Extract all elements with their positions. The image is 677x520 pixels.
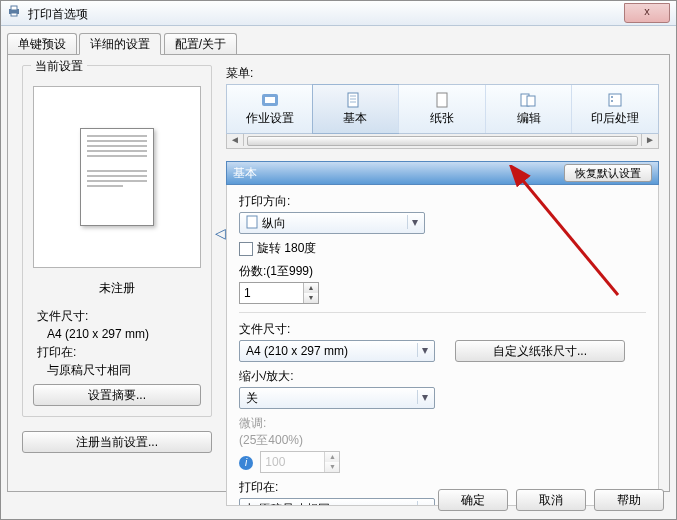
svg-point-13 [611,96,613,98]
cancel-button[interactable]: 取消 [516,489,586,511]
chevron-down-icon: ▾ [417,343,432,357]
svg-rect-4 [265,97,275,103]
orientation-select[interactable]: 纵向 ▾ [239,212,425,234]
titlebar: 打印首选项 x [1,1,676,26]
toolbar-paper[interactable]: 纸张 [398,85,485,133]
scale-label: 缩小/放大: [239,368,646,385]
chevron-down-icon: ▾ [417,390,432,404]
fine-adjust-spinner: 100 ▲▼ [260,451,340,473]
print-on-label: 打印在: [37,343,197,361]
right-pane: 菜单: 作业设置 基本 纸张 编辑 [226,65,659,485]
orientation-label: 打印方向: [239,193,646,210]
tab-one-key-preset[interactable]: 单键预设 [7,33,77,54]
spin-up-icon: ▲ [325,452,339,462]
left-pane: 当前设置 未注册 文件尺寸: A4 (210 x 297 mm) 打印在: 与原… [22,65,212,485]
page-preview-box [33,86,201,268]
paper-icon [432,92,452,108]
menus-label: 菜单: [226,65,659,82]
scroll-right-icon[interactable]: ► [641,134,658,146]
toolbar-basic[interactable]: 基本 [312,84,400,134]
left-info: 文件尺寸: A4 (210 x 297 mm) 打印在: 与原稿尺寸相同 [37,307,197,379]
settings-summary-button[interactable]: 设置摘要... [33,384,201,406]
section-title: 基本 [233,165,257,182]
info-icon[interactable]: i [239,456,253,470]
job-settings-icon [260,92,280,108]
spin-down-icon: ▼ [325,462,339,472]
unregistered-label: 未注册 [33,280,201,297]
fine-adjust-label: 微调: (25至400%) [239,415,646,449]
svg-rect-2 [11,13,17,16]
toolbar-finishing[interactable]: 印后处理 [571,85,658,133]
svg-rect-5 [348,93,358,107]
register-current-settings-button[interactable]: 注册当前设置... [22,431,212,453]
svg-rect-12 [609,94,621,106]
toolbar-job-settings[interactable]: 作业设置 [227,85,313,133]
collapse-handle-icon[interactable]: ◁ [215,225,226,241]
basic-section-header: 基本 恢复默认设置 [226,161,659,185]
basic-form: 打印方向: 纵向 ▾ 旋转 180度 份数:(1至999) 1 ▲▼ [226,185,659,506]
svg-rect-11 [527,96,535,106]
ok-button[interactable]: 确定 [438,489,508,511]
scroll-thumb[interactable] [247,136,638,146]
copies-label: 份数:(1至999) [239,263,646,280]
menu-toolbar: 作业设置 基本 纸张 编辑 印后处理 [226,84,659,134]
dialog-buttons: 确定 取消 帮助 [438,489,664,511]
close-button[interactable]: x [624,3,670,23]
spin-up-icon[interactable]: ▲ [304,283,318,293]
print-on-select[interactable]: 与原稿尺寸相同 ▾ [239,498,435,506]
chevron-down-icon: ▾ [407,215,422,229]
tab-detailed-settings[interactable]: 详细的设置 [79,33,161,55]
doc-size-label: 文件尺寸: [239,321,646,338]
svg-rect-15 [247,216,257,228]
svg-rect-1 [11,6,17,10]
print-preferences-window: 打印首选项 x 单键预设 详细的设置 配置/关于 当前设置 未注册 文件尺寸: [0,0,677,520]
current-settings-fieldset: 当前设置 未注册 文件尺寸: A4 (210 x 297 mm) 打印在: 与原… [22,65,212,417]
tab-strip: 单键预设 详细的设置 配置/关于 [7,32,676,54]
toolbar-edit[interactable]: 编辑 [485,85,572,133]
orientation-icon [246,215,258,232]
printer-icon [7,2,21,26]
doc-size-select[interactable]: A4 (210 x 297 mm) ▾ [239,340,435,362]
toolbar-scrollbar[interactable]: ◄ ► [226,134,659,149]
copies-spinner[interactable]: 1 ▲▼ [239,282,319,304]
finishing-icon [605,92,625,108]
doc-size-value: A4 (210 x 297 mm) [37,325,197,343]
svg-rect-9 [437,93,447,107]
custom-paper-size-button[interactable]: 自定义纸张尺寸... [455,340,625,362]
spin-down-icon[interactable]: ▼ [304,293,318,303]
checkbox-box-icon [239,242,253,256]
rotate-180-checkbox[interactable]: 旋转 180度 [239,240,316,257]
scale-select[interactable]: 关 ▾ [239,387,435,409]
edit-icon [519,92,539,108]
scroll-left-icon[interactable]: ◄ [227,134,244,146]
window-title: 打印首选项 [28,7,88,21]
current-settings-legend: 当前设置 [31,58,87,75]
print-on-value: 与原稿尺寸相同 [37,361,197,379]
page-preview-icon [80,128,154,226]
help-button[interactable]: 帮助 [594,489,664,511]
tab-config-about[interactable]: 配置/关于 [164,33,237,54]
chevron-down-icon: ▾ [417,501,432,506]
tab-page: 当前设置 未注册 文件尺寸: A4 (210 x 297 mm) 打印在: 与原… [7,54,670,492]
basic-icon [345,92,365,108]
svg-point-14 [611,100,613,102]
restore-defaults-button[interactable]: 恢复默认设置 [564,164,652,182]
doc-size-label: 文件尺寸: [37,307,197,325]
